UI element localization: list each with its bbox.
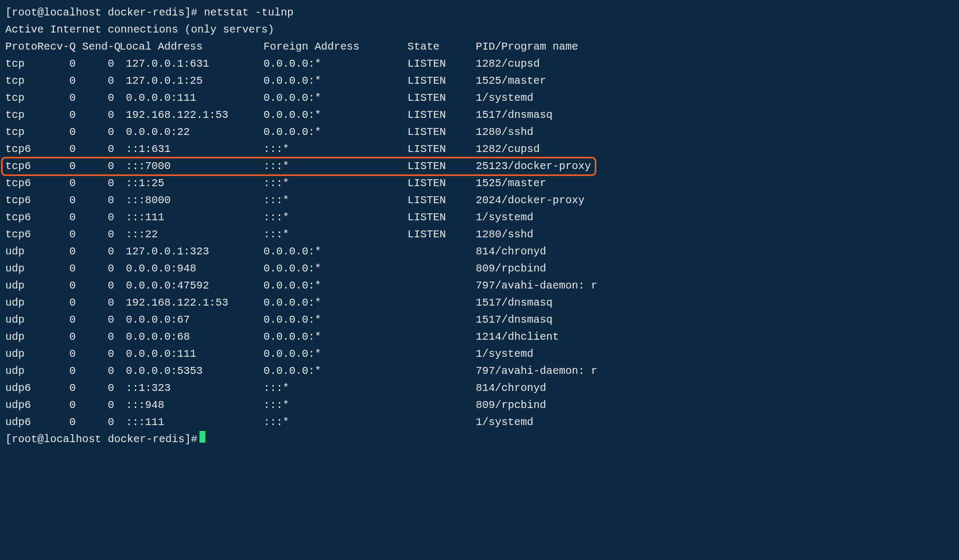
cell-foreign: 0.0.0.0:*	[263, 277, 407, 294]
prompt-line-1: [root@localhost docker-redis]# netstat -…	[5, 4, 954, 21]
cell-pid: 1214/dhclient	[476, 329, 954, 346]
cell-pid: 1280/sshd	[476, 124, 954, 141]
cell-local: :::948	[119, 397, 263, 414]
cell-foreign: 0.0.0.0:*	[263, 107, 407, 124]
cell-proto: udp	[5, 243, 37, 260]
cell-state	[407, 329, 476, 346]
prompt-line-2[interactable]: [root@localhost docker-redis]#	[5, 431, 954, 448]
table-row: tcp00 0.0.0.0:220.0.0.0:*LISTEN1280/sshd	[5, 124, 954, 141]
prompt-cwd: docker-redis	[108, 4, 185, 21]
cell-pid: 1/systemd	[476, 209, 954, 226]
cell-state: LISTEN	[407, 226, 476, 243]
cell-local: :::111	[119, 209, 263, 226]
cursor-icon	[199, 431, 205, 443]
command-text: netstat -tulnp	[204, 4, 293, 21]
cell-recvq: 0	[37, 73, 82, 90]
cell-sendq: 0	[82, 397, 119, 414]
cell-sendq: 0	[82, 346, 119, 363]
cell-local: 0.0.0.0:5353	[119, 363, 263, 380]
cell-sendq: 0	[82, 380, 119, 397]
table-row: udp600 :::948:::*809/rpcbind	[5, 397, 954, 414]
cell-proto: udp	[5, 311, 37, 329]
cell-pid: 1/systemd	[476, 346, 954, 363]
cell-sendq: 0	[82, 175, 119, 192]
cell-state	[407, 380, 476, 397]
cell-foreign: 0.0.0.0:*	[263, 243, 407, 260]
cell-sendq: 0	[82, 277, 119, 294]
cell-state	[407, 397, 476, 414]
cell-local: 0.0.0.0:68	[119, 329, 263, 346]
cell-pid: 1282/cupsd	[476, 141, 954, 158]
cell-proto: tcp6	[5, 175, 37, 192]
cell-foreign: 0.0.0.0:*	[263, 90, 407, 107]
cell-foreign: 0.0.0.0:*	[263, 311, 407, 329]
table-row: udp00 0.0.0.0:680.0.0.0:*1214/dhclient	[5, 329, 954, 346]
output-title-text: Active Internet connections (only server…	[5, 21, 274, 38]
table-row: tcp00 0.0.0.0:1110.0.0.0:*LISTEN1/system…	[5, 90, 954, 107]
cell-state: LISTEN	[407, 107, 476, 124]
cell-local: 0.0.0.0:22	[119, 124, 263, 141]
cell-local: 127.0.0.1:25	[119, 73, 263, 90]
cell-local: 192.168.122.1:53	[119, 107, 263, 124]
cell-foreign: 0.0.0.0:*	[263, 329, 407, 346]
cell-pid: 25123/docker-proxy	[476, 158, 954, 175]
prompt-userhost: root@localhost	[12, 431, 101, 448]
cell-proto: tcp6	[5, 141, 37, 158]
cell-state: LISTEN	[407, 141, 476, 158]
cell-foreign: 0.0.0.0:*	[263, 73, 407, 90]
cell-recvq: 0	[37, 346, 82, 363]
cell-recvq: 0	[37, 90, 82, 107]
prompt-cwd: docker-redis	[108, 431, 185, 448]
cell-foreign: :::*	[263, 158, 407, 175]
cell-pid: 797/avahi-daemon: r	[476, 363, 954, 380]
prompt-close-bracket: ]	[185, 431, 191, 448]
cell-local: ::1:323	[119, 380, 263, 397]
cell-recvq: 0	[37, 311, 82, 329]
cell-recvq: 0	[37, 124, 82, 141]
table-row: udp00 192.168.122.1:530.0.0.0:*1517/dnsm…	[5, 294, 954, 311]
cell-recvq: 0	[37, 260, 82, 277]
cell-sendq: 0	[82, 192, 119, 209]
cell-local: :::111	[119, 414, 263, 431]
cell-proto: tcp6	[5, 209, 37, 226]
cell-recvq: 0	[37, 175, 82, 192]
cell-state: LISTEN	[407, 90, 476, 107]
col-sendq: Send-Q	[82, 38, 119, 55]
cell-state	[407, 243, 476, 260]
cell-local: 127.0.0.1:323	[119, 243, 263, 260]
cell-local: ::1:631	[119, 141, 263, 158]
cell-pid: 814/chronyd	[476, 243, 954, 260]
cell-pid: 1/systemd	[476, 414, 954, 431]
table-row: tcp00 127.0.0.1:6310.0.0.0:*LISTEN1282/c…	[5, 55, 954, 73]
cell-state: LISTEN	[407, 124, 476, 141]
cell-state	[407, 294, 476, 311]
col-local: Local Address	[119, 38, 263, 55]
cell-state: LISTEN	[407, 158, 476, 175]
cell-proto: udp	[5, 363, 37, 380]
cell-recvq: 0	[37, 363, 82, 380]
cell-proto: udp	[5, 277, 37, 294]
cell-sendq: 0	[82, 55, 119, 73]
terminal[interactable]: [root@localhost docker-redis]# netstat -…	[0, 0, 959, 454]
cell-proto: udp6	[5, 380, 37, 397]
table-row: udp00 0.0.0.0:53530.0.0.0:*797/avahi-dae…	[5, 363, 954, 380]
cell-proto: tcp6	[5, 226, 37, 243]
cell-pid: 809/rpcbind	[476, 260, 954, 277]
prompt-userhost: root@localhost	[12, 4, 101, 21]
cell-foreign: :::*	[263, 141, 407, 158]
cell-proto: tcp	[5, 107, 37, 124]
cell-foreign: 0.0.0.0:*	[263, 260, 407, 277]
cell-state: LISTEN	[407, 55, 476, 73]
table-row: tcp600 ::1:631:::*LISTEN1282/cupsd	[5, 141, 954, 158]
cell-proto: udp	[5, 329, 37, 346]
cell-sendq: 0	[82, 294, 119, 311]
table-row: udp600 :::111:::*1/systemd	[5, 414, 954, 431]
cell-sendq: 0	[82, 311, 119, 329]
cell-foreign: 0.0.0.0:*	[263, 294, 407, 311]
cell-state	[407, 346, 476, 363]
cell-pid: 2024/docker-proxy	[476, 192, 954, 209]
cell-state	[407, 414, 476, 431]
cell-foreign: :::*	[263, 226, 407, 243]
col-proto: Proto	[5, 38, 37, 55]
cell-pid: 1517/dnsmasq	[476, 311, 954, 329]
